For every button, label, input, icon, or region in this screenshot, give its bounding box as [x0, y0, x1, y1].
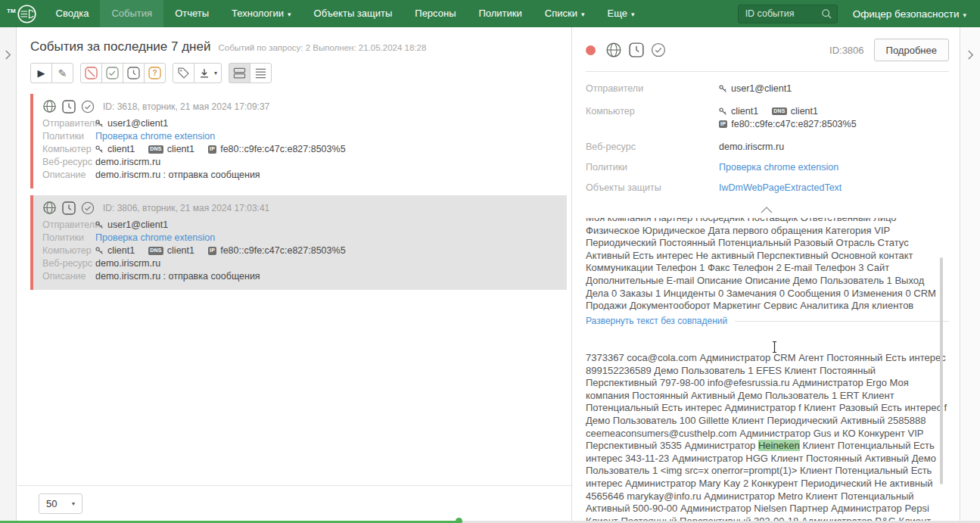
nav-label: Персоны: [415, 8, 456, 19]
field-label: Объекты защиты: [586, 182, 719, 193]
play-icon: ▶: [38, 68, 45, 78]
policy-link[interactable]: Проверка chrome extension: [95, 130, 215, 143]
status-pending-filter-button[interactable]: [123, 63, 145, 83]
field-protected-objects: Объекты защиты IwDmWebPageExtractedText: [586, 182, 949, 193]
events-list-panel: События за последние 7 дней Событий по з…: [17, 27, 572, 521]
policy-link[interactable]: Проверка chrome extension: [95, 232, 215, 244]
field-label: Описание: [42, 270, 95, 283]
field-label: Компьютер: [42, 143, 95, 156]
web-channel-globe-icon: [42, 99, 57, 114]
pending-clock-icon: [62, 201, 76, 215]
nav-item-protected-objects[interactable]: Объекты защиты: [303, 0, 404, 27]
logo-tm-text: TM: [7, 8, 16, 14]
scrollbar-thumb[interactable]: [940, 257, 943, 484]
status-processed-filter-button[interactable]: [101, 63, 123, 83]
chevron-down-icon: ▾: [72, 500, 75, 507]
expand-left-panel-icon[interactable]: [5, 50, 11, 60]
violation-level-dot: [586, 45, 596, 55]
chevron-down-icon: ▾: [963, 11, 966, 19]
download-icon: [198, 67, 210, 79]
policy-link[interactable]: Проверка chrome extension: [719, 162, 838, 173]
view-split-button[interactable]: [229, 63, 250, 83]
field-computer: Компьютер client1 DNSclient1 IPfe80::c9f…: [586, 106, 949, 132]
key-icon: [719, 107, 727, 116]
expand-text-link[interactable]: Развернуть текст без совпадений: [586, 316, 727, 326]
status-unknown-filter-button[interactable]: ?: [144, 63, 166, 83]
nav-item-reports[interactable]: Отчеты: [163, 0, 220, 27]
video-progress-handle[interactable]: [456, 518, 462, 523]
computer-dns: client1: [167, 244, 194, 257]
nav-label: События: [111, 8, 152, 19]
nav-label: Отчеты: [175, 8, 209, 19]
run-query-button[interactable]: ▶: [30, 63, 52, 83]
nav-item-policies[interactable]: Политики: [467, 0, 533, 27]
expand-right-panel-icon[interactable]: [967, 50, 974, 60]
dns-badge-icon: DNS: [148, 247, 163, 254]
field-label: Веб-ресурс: [42, 156, 95, 169]
right-collapsed-panel: [960, 27, 980, 521]
user-menu[interactable]: Офицер безопасности▾: [853, 8, 966, 20]
field-label: Политики: [42, 232, 95, 244]
event-id-search: [738, 5, 838, 23]
field-senders: Отправители user1@client1: [586, 83, 949, 96]
nav-item-more[interactable]: Еще▾: [596, 0, 646, 27]
field-web-resource: Веб-ресурс demo.iriscrm.ru: [586, 142, 949, 152]
computer-ip: fe80::c9fe:c47c:e827:8503%5: [220, 143, 345, 156]
web-resource-value: demo.iriscrm.ru: [719, 142, 784, 152]
protected-object-link[interactable]: IwDmWebPageExtractedText: [719, 182, 842, 193]
chevron-down-icon: ▾: [581, 11, 585, 18]
page-size-select[interactable]: 50 ▾: [39, 493, 82, 514]
page-size-value: 50: [46, 498, 57, 509]
field-senders: Отправители user1@client1: [42, 219, 559, 232]
edit-query-button[interactable]: ✎: [51, 63, 73, 83]
event-card-3806[interactable]: ID: 3806, вторник, 21 мая 2024 17:03:41 …: [30, 195, 567, 290]
search-icon[interactable]: [821, 8, 832, 20]
web-resource-value: demo.iriscrm.ru: [95, 257, 160, 270]
sender-value: user1@client1: [107, 219, 168, 232]
event-id-line: ID: 3618, вторник, 21 мая 2024 17:09:37: [103, 101, 269, 112]
query-summary: Событий по запросу: 2 Выполнен: 21.05.20…: [218, 43, 426, 52]
field-label: Веб-ресурс: [42, 257, 95, 270]
list-view-icon: [254, 67, 267, 79]
event-list: ID: 3618, вторник, 21 мая 2024 17:09:37 …: [17, 94, 571, 290]
event-id-line: ID: 3806, вторник, 21 мая 2024 17:03:41: [103, 203, 269, 213]
nav-item-lists[interactable]: Списки▾: [534, 0, 596, 27]
event-card-3618[interactable]: ID: 3618, вторник, 21 мая 2024 17:09:37 …: [30, 94, 567, 188]
pending-clock-icon: [62, 100, 76, 114]
clock-square-icon: [127, 67, 140, 79]
matched-text-top-container: Моя компания Партнер Посредник Поставщик…: [586, 218, 949, 310]
computer-dns: client1: [167, 143, 194, 156]
text-segment: 7373367 coca@cola.com Администратор CRM …: [586, 352, 947, 451]
export-button[interactable]: ▾: [194, 63, 222, 83]
details-button[interactable]: Подробнее: [874, 39, 949, 61]
view-list-button[interactable]: [250, 63, 272, 83]
event-card-header: ID: 3618, вторник, 21 мая 2024 17:09:37: [42, 99, 559, 114]
field-label: Отправители: [586, 83, 719, 96]
question-square-icon: ?: [148, 67, 161, 79]
computer-user: client1: [107, 143, 135, 156]
chevron-down-icon: ▾: [631, 11, 635, 18]
collapse-text-control[interactable]: [573, 203, 960, 216]
nav-item-events[interactable]: События: [100, 0, 163, 27]
pencil-icon: ✎: [58, 68, 67, 79]
key-icon: [95, 145, 104, 154]
text-segment: Клиент Потенциальный Есть интерес 343-11…: [586, 440, 936, 521]
dns-badge-icon: DNS: [772, 107, 787, 115]
traffic-monitor-logo[interactable]: TM: [7, 4, 37, 24]
nav-item-summary[interactable]: Сводка: [45, 0, 101, 27]
web-channel-globe-icon: [605, 42, 622, 58]
nav-label: Политики: [478, 8, 521, 19]
field-label: Отправители: [42, 117, 95, 130]
events-toolbar: ▶ ✎ ? ▾: [30, 63, 571, 83]
tag-button[interactable]: [173, 63, 194, 83]
status-blocked-filter-button[interactable]: [80, 63, 102, 83]
check-circle-icon: [81, 201, 95, 215]
user-menu-label: Офицер безопасности: [853, 8, 960, 20]
field-label: Описание: [42, 169, 95, 182]
matched-text-top: Моя компания Партнер Посредник Поставщик…: [586, 218, 949, 310]
nav-item-persons[interactable]: Персоны: [403, 0, 467, 27]
dns-badge-icon: DNS: [148, 145, 163, 153]
blocked-icon: [85, 67, 98, 79]
field-web-resource: Веб-ресурс demo.iriscrm.ru: [42, 156, 559, 169]
nav-item-technologies[interactable]: Технологии▾: [220, 0, 303, 27]
